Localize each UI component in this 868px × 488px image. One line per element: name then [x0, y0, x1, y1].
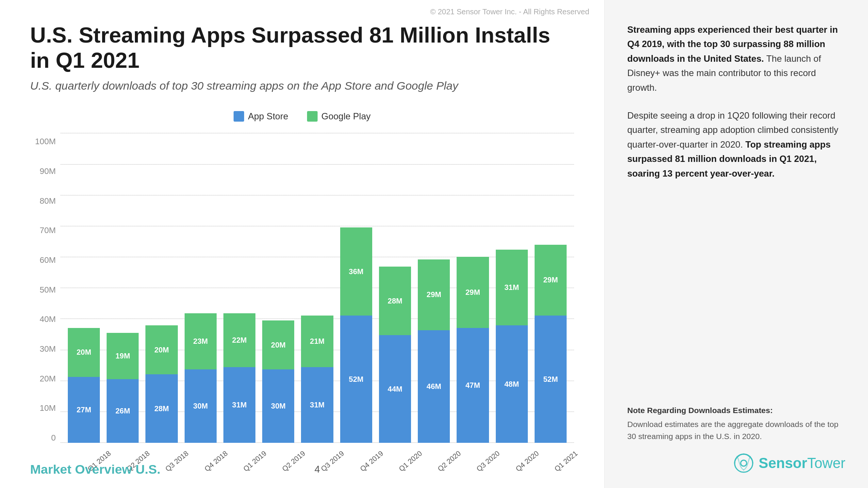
bars-container: 20M27M19M26M20M28M23M30M22M31M20M30M21M3…	[60, 133, 574, 443]
tower-text: Tower	[807, 455, 845, 471]
sidebar-para1: Streaming apps experienced their best qu…	[627, 23, 845, 95]
bar-group: 21M31M	[301, 133, 333, 443]
bar-group: 29M46M	[418, 133, 450, 443]
footer-page: 4	[315, 464, 320, 475]
bar-google-segment: 22M	[223, 313, 255, 367]
sensortower-logo: SensorTower	[734, 453, 845, 473]
bar-stack: 28M44M	[379, 267, 411, 443]
bar-apple-segment: 52M	[535, 316, 567, 443]
chart-plot: 20M27M19M26M20M28M23M30M22M31M20M30M21M3…	[60, 133, 574, 473]
bar-google-segment: 20M	[145, 325, 177, 374]
bar-stack: 31M48M	[496, 250, 528, 443]
y-axis-label: 20M	[30, 374, 60, 384]
chart-legend: App Store Google Play	[30, 111, 574, 122]
sensortower-text: SensorTower	[759, 455, 845, 471]
bar-stack: 29M52M	[535, 245, 567, 443]
bar-group: 19M26M	[107, 133, 139, 443]
bar-google-segment: 36M	[340, 227, 372, 316]
bar-google-segment: 28M	[379, 267, 411, 335]
legend-appstore: App Store	[234, 111, 288, 122]
y-axis-label: 30M	[30, 344, 60, 354]
bar-stack: 20M30M	[262, 320, 294, 443]
page-title: U.S. Streaming Apps Surpassed 81 Million…	[30, 23, 574, 73]
y-axis-label: 10M	[30, 403, 60, 413]
bar-apple-segment: 44M	[379, 335, 411, 443]
bar-stack: 21M31M	[301, 316, 333, 443]
bar-group: 29M47M	[457, 133, 489, 443]
bar-stack: 29M46M	[418, 259, 450, 443]
svg-point-1	[741, 460, 747, 466]
bar-apple-segment: 46M	[418, 330, 450, 443]
bar-google-segment: 31M	[496, 250, 528, 326]
main-content: © 2021 Sensor Tower Inc. - All Rights Re…	[0, 0, 604, 488]
bar-apple-segment: 31M	[301, 367, 333, 443]
y-axis-label: 90M	[30, 166, 60, 176]
y-axis-label: 50M	[30, 285, 60, 295]
sidebar-note-text: Download estimates are the aggregate dow…	[627, 420, 838, 441]
bar-apple-segment: 28M	[145, 374, 177, 443]
bar-stack: 20M27M	[68, 328, 100, 443]
sensortower-icon	[734, 453, 753, 473]
bar-google-segment: 29M	[418, 259, 450, 331]
y-axis-label: 100M	[30, 137, 60, 146]
bar-group: 29M52M	[535, 133, 567, 443]
chart-container: 010M20M30M40M50M60M70M80M90M100M 20M27M1…	[30, 133, 574, 473]
bar-stack: 23M30M	[185, 313, 217, 443]
bar-group: 28M44M	[379, 133, 411, 443]
bar-stack: 19M26M	[107, 333, 139, 443]
bar-group: 22M31M	[223, 133, 255, 443]
bar-google-segment: 29M	[535, 245, 567, 316]
googleplay-color	[307, 111, 318, 122]
bar-stack: 22M31M	[223, 313, 255, 443]
bar-google-segment: 29M	[457, 257, 489, 328]
y-axis-label: 0	[30, 433, 60, 443]
sidebar: Streaming apps experienced their best qu…	[604, 0, 868, 488]
sensortower-logo-container: SensorTower	[627, 453, 845, 473]
bar-group: 31M48M	[496, 133, 528, 443]
bar-apple-segment: 30M	[185, 369, 217, 443]
bar-apple-segment: 52M	[340, 316, 372, 443]
bar-group: 23M30M	[185, 133, 217, 443]
legend-appstore-label: App Store	[248, 111, 288, 122]
sensor-text: Sensor	[759, 455, 807, 471]
bar-apple-segment: 48M	[496, 325, 528, 443]
y-axis-label: 40M	[30, 314, 60, 324]
bar-group: 20M28M	[145, 133, 177, 443]
bar-stack: 36M52M	[340, 227, 372, 443]
bar-google-segment: 20M	[68, 328, 100, 377]
bar-stack: 29M47M	[457, 257, 489, 443]
sidebar-para2: Despite seeing a drop in 1Q20 following …	[627, 108, 845, 181]
bar-group: 20M27M	[68, 133, 100, 443]
y-axis: 010M20M30M40M50M60M70M80M90M100M	[30, 133, 60, 473]
y-axis-label: 80M	[30, 196, 60, 206]
bar-google-segment: 20M	[262, 320, 294, 369]
bar-apple-segment: 47M	[457, 328, 489, 443]
footer: Market Overview U.S. 4	[30, 462, 604, 477]
bar-stack: 20M28M	[145, 325, 177, 443]
copyright: © 2021 Sensor Tower Inc. - All Rights Re…	[430, 8, 589, 16]
bar-apple-segment: 30M	[262, 369, 294, 443]
legend-googleplay-label: Google Play	[321, 111, 371, 122]
chart-area: App Store Google Play 010M20M30M40M50M60…	[30, 111, 574, 473]
bar-group: 20M30M	[262, 133, 294, 443]
page-subtitle: U.S. quarterly downloads of top 30 strea…	[30, 79, 574, 92]
sidebar-note: Note Regarding Downloads Estimates: Down…	[627, 404, 845, 442]
bar-google-segment: 23M	[185, 313, 217, 370]
footer-label: Market Overview U.S.	[30, 462, 160, 477]
bar-google-segment: 19M	[107, 333, 139, 380]
y-axis-label: 60M	[30, 255, 60, 265]
bar-google-segment: 21M	[301, 316, 333, 367]
legend-googleplay: Google Play	[307, 111, 371, 122]
bar-group: 36M52M	[340, 133, 372, 443]
y-axis-label: 70M	[30, 226, 60, 235]
sidebar-note-title: Note Regarding Downloads Estimates:	[627, 404, 845, 416]
appstore-color	[234, 111, 244, 122]
bar-apple-segment: 31M	[223, 367, 255, 443]
